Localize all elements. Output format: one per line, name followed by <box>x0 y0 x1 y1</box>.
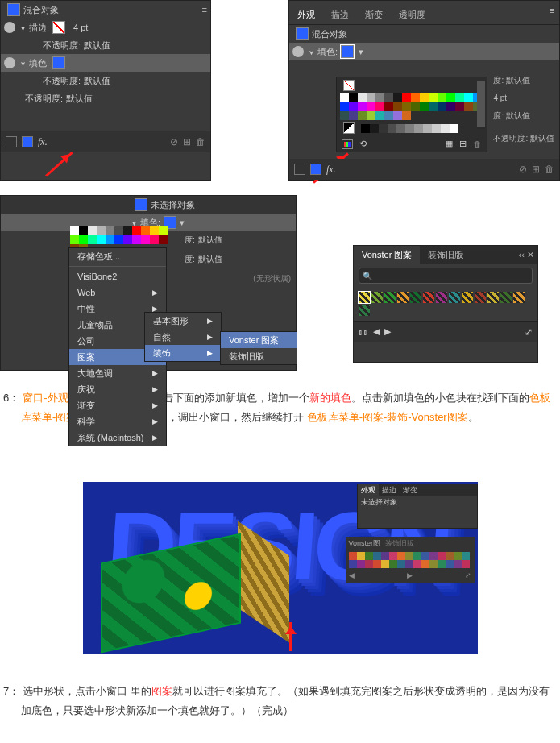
swatch[interactable] <box>349 93 358 102</box>
swatch[interactable] <box>70 226 79 235</box>
scrollbar-thumb[interactable] <box>477 81 485 127</box>
swatch[interactable] <box>446 560 454 568</box>
swatch[interactable] <box>367 93 375 102</box>
swatch[interactable] <box>340 93 349 102</box>
bw-swatch[interactable] <box>343 122 355 134</box>
swatch[interactable] <box>365 560 373 568</box>
swatch[interactable] <box>384 111 393 120</box>
chevron-down-icon[interactable] <box>20 23 29 32</box>
pattern-swatch[interactable] <box>475 292 486 303</box>
nav-next-icon[interactable]: ▶ <box>384 326 391 337</box>
mini-swatch-grid[interactable] <box>349 552 470 568</box>
swatch[interactable] <box>358 102 367 111</box>
stroke-thumb-icon[interactable] <box>6 136 17 147</box>
swatch[interactable] <box>123 226 132 235</box>
swatch[interactable] <box>367 111 375 120</box>
swatch[interactable] <box>393 93 402 102</box>
fill-swatch[interactable] <box>52 56 65 69</box>
pattern-search[interactable] <box>359 268 533 284</box>
pattern-swatch[interactable] <box>462 292 473 303</box>
swatch[interactable] <box>438 552 446 560</box>
dropdown-icon[interactable]: ▾ <box>359 47 363 57</box>
tab[interactable]: Vonster图 <box>349 538 381 549</box>
none-swatch[interactable] <box>343 80 355 91</box>
swatch[interactable] <box>438 560 446 568</box>
chevron-down-icon[interactable] <box>309 47 317 56</box>
add-icon[interactable]: ⤢ <box>465 571 471 579</box>
panel-menu-icon[interactable] <box>202 5 207 15</box>
stroke-swatch[interactable] <box>52 21 65 34</box>
visibility-icon[interactable] <box>4 57 15 68</box>
swatch[interactable] <box>88 235 97 244</box>
swatch[interactable] <box>402 93 411 102</box>
fx-label[interactable]: fx. <box>38 136 48 148</box>
swatch[interactable] <box>70 235 79 244</box>
swatch[interactable] <box>358 111 367 120</box>
swatch[interactable] <box>88 226 97 235</box>
swatch[interactable] <box>455 93 464 102</box>
swatch[interactable] <box>405 552 413 560</box>
swatch[interactable] <box>106 226 114 235</box>
swatch[interactable] <box>384 93 393 102</box>
swatch[interactable] <box>413 560 421 568</box>
swatch-libraries-icon[interactable]: ⫾⫾ <box>359 327 368 337</box>
swatch[interactable] <box>114 235 123 244</box>
visibility-icon[interactable] <box>292 46 304 57</box>
tab[interactable]: 描边 <box>379 484 400 496</box>
panel-close-icon[interactable] <box>516 246 537 264</box>
swatch[interactable] <box>79 235 88 244</box>
tab[interactable]: 渐变 <box>400 484 421 496</box>
swatch[interactable] <box>373 552 381 560</box>
swatch[interactable] <box>375 93 384 102</box>
swatch[interactable] <box>367 102 375 111</box>
swatch[interactable] <box>379 124 388 133</box>
swatch[interactable] <box>357 552 365 560</box>
stroke-thumb-icon[interactable] <box>294 164 305 175</box>
menu-vonster[interactable]: Vonster 图案 <box>221 332 297 348</box>
pattern-swatches[interactable] <box>354 287 537 321</box>
swatch[interactable] <box>370 124 379 133</box>
swatch[interactable] <box>358 93 367 102</box>
trash-icon[interactable] <box>196 136 205 147</box>
swatch[interactable] <box>357 560 365 568</box>
swatch[interactable] <box>397 552 405 560</box>
swatch[interactable] <box>462 552 470 560</box>
pattern-swatch[interactable] <box>359 305 370 316</box>
swatch[interactable] <box>464 102 473 111</box>
menu-item[interactable]: Web <box>69 284 166 301</box>
swatch[interactable] <box>420 93 429 102</box>
swatch[interactable] <box>159 235 168 244</box>
swatch[interactable] <box>381 560 389 568</box>
swatch[interactable] <box>393 102 402 111</box>
fill-row[interactable]: 填色: ▾ <box>289 43 559 60</box>
options-icon[interactable]: ▦ <box>445 139 453 149</box>
scrollbar[interactable] <box>477 81 485 129</box>
swatch[interactable] <box>396 124 405 133</box>
pattern-swatch[interactable] <box>371 292 383 303</box>
menu-item[interactable]: 庆祝 <box>69 381 166 397</box>
swatch[interactable] <box>402 111 411 120</box>
new-fill-icon[interactable] <box>183 136 191 147</box>
swatch[interactable] <box>446 93 455 102</box>
pattern-swatch[interactable] <box>384 292 396 303</box>
chevron-down-icon[interactable] <box>20 58 29 68</box>
tab-transparency[interactable]: 透明度 <box>391 6 433 24</box>
submenu-basic[interactable]: 基本图形 <box>145 313 221 329</box>
swatch[interactable] <box>441 124 450 133</box>
tab-vonster[interactable]: Vonster 图案 <box>354 246 420 264</box>
menu-item[interactable]: 科学 <box>69 413 166 430</box>
add-to-swatches-icon[interactable]: ⤢ <box>525 326 533 338</box>
swatch[interactable] <box>429 560 438 568</box>
swatch[interactable] <box>389 560 397 568</box>
menu-save-swatches[interactable]: 存储色板... <box>69 248 166 264</box>
fill-thumb-icon[interactable] <box>22 136 33 147</box>
swatch[interactable] <box>420 102 429 111</box>
swatch-libraries-icon[interactable] <box>342 139 353 149</box>
fill-swatch[interactable] <box>341 45 354 58</box>
swatch[interactable] <box>464 93 473 102</box>
pattern-swatch[interactable] <box>359 292 370 303</box>
swatch[interactable] <box>438 93 446 102</box>
panel-menu-icon[interactable] <box>550 6 554 24</box>
swatch[interactable] <box>349 560 357 568</box>
show-kind-icon[interactable]: ⟲ <box>359 139 367 149</box>
